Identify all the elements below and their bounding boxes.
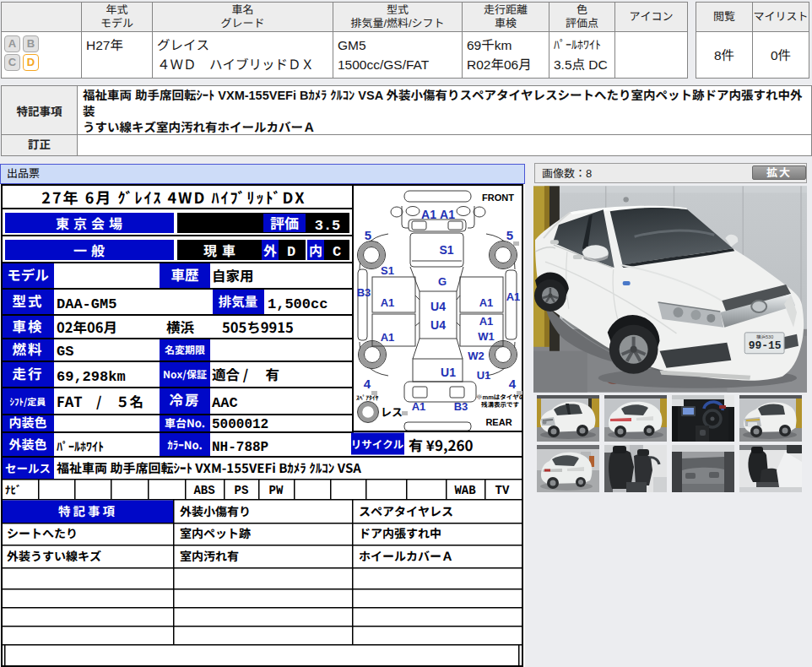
svg-text:内装色: 内装色 [8,413,46,431]
svg-text:U1: U1 [477,369,491,382]
svg-text:S1: S1 [439,243,453,257]
svg-text:1,500cc: 1,500cc [268,296,328,312]
svg-text:W1: W1 [478,330,495,343]
svg-text:TV: TV [495,484,510,497]
svg-text:ﾅﾋﾞ: ﾅﾋﾞ [5,481,22,497]
svg-text:自家用: 自家用 [212,265,254,285]
svg-text:ホイールカバーＡ: ホイールカバーＡ [359,547,453,564]
svg-text:型式: 型式 [13,290,44,311]
svg-text:3.5: 3.5 [315,218,341,234]
svg-text:FAT / ５名: FAT / ５名 [57,391,143,411]
svg-text:外装小傷有り: 外装小傷有り [180,502,251,519]
svg-text:モデル: モデル [7,264,49,285]
svg-text:99-15: 99-15 [749,339,782,352]
svg-text:ｶﾗｰNo.: ｶﾗｰNo. [167,437,203,453]
svg-text:A1: A1 [381,296,395,309]
svg-text:G: G [438,275,447,288]
svg-text:ﾊﾟｰﾙﾎﾜｲﾄ: ﾊﾟｰﾙﾎﾜｲﾄ [57,437,104,454]
svg-text:69,298km: 69,298km [57,369,126,385]
svg-text:東京会場: 東京会場 [56,213,127,233]
svg-text:A1: A1 [479,315,494,328]
svg-text:GS: GS [57,344,73,360]
svg-text:A1: A1 [506,290,521,303]
svg-text:レス: レス [381,406,403,419]
svg-text:4: 4 [364,377,371,391]
svg-text:REAR: REAR [485,417,512,427]
svg-text:5: 5 [506,228,513,242]
svg-text:室内ペット跡: 室内ペット跡 [180,524,251,541]
svg-text:横浜: 横浜 [166,317,195,337]
svg-text:外装うすい線キズ: 外装うすい線キズ [7,547,101,564]
svg-text:FRONT: FRONT [482,193,514,203]
svg-text:AAC: AAC [212,395,238,411]
svg-text:シートへたり: シートへたり [7,524,78,541]
svg-text:外装色: 外装色 [8,435,46,453]
svg-text:5000012: 5000012 [212,417,268,432]
svg-text:NH-788P: NH-788P [212,440,268,455]
svg-text:外: 外 [263,240,277,260]
svg-text:DAA-GM5: DAA-GM5 [57,296,116,312]
svg-text:車歴: 車歴 [171,264,200,285]
svg-text:PW: PW [269,484,284,497]
svg-text:車検: 車検 [13,316,44,336]
svg-text:残溝表示です: 残溝表示です [481,401,519,409]
svg-text:現車: 現車 [203,240,241,260]
svg-text:スペアタイヤレス: スペアタイヤレス [359,502,453,519]
svg-text:室内汚れ有: 室内汚れ有 [180,547,239,564]
svg-text:冷房: 冷房 [170,389,201,409]
svg-text:U1: U1 [441,366,456,379]
svg-text:排気量: 排気量 [219,291,258,310]
svg-text:W2: W2 [468,350,484,362]
svg-text:適合 / 有: 適合 / 有 [212,364,279,384]
svg-text:車台No.: 車台No. [165,415,205,431]
svg-text:D: D [287,244,295,260]
svg-text:27年 6月 ｸﾞﾚｲｽ 4WD ﾊｲﾌﾞﾘｯﾄﾞDX: 27年 6月 ｸﾞﾚｲｽ 4WD ﾊｲﾌﾞﾘｯﾄﾞDX [41,186,306,208]
svg-text:ｽﾍﾟｱﾀｲﾔ: ｽﾍﾟｱﾀｲﾔ [356,394,378,402]
svg-text:ｼﾌﾄ/定員: ｼﾌﾄ/定員 [10,394,46,408]
svg-text:U4: U4 [430,300,446,313]
svg-text:4: 4 [509,377,517,391]
svg-text:A1: A1 [479,296,494,309]
svg-text:名変期限: 名変期限 [165,342,205,356]
svg-text:リサイクル: リサイクル [351,436,404,452]
svg-text:B3: B3 [357,286,371,299]
svg-text:Nox/保証: Nox/保証 [163,366,207,381]
svg-text:※mmはタイヤの: ※mmはタイヤの [476,393,523,401]
svg-text:B3: B3 [454,400,468,413]
svg-text:燃料: 燃料 [13,339,44,359]
svg-text:WAB: WAB [454,484,476,497]
svg-text:一般: 一般 [73,240,109,260]
svg-text:評価: 評価 [270,212,299,233]
svg-text:A1: A1 [381,331,395,344]
svg-text:U4: U4 [430,318,446,332]
svg-text:PS: PS [235,484,249,497]
svg-text:505ち9915: 505ち9915 [222,317,294,337]
svg-text:横浜530: 横浜530 [756,334,773,339]
svg-text:ABS: ABS [193,484,214,497]
svg-text:A1: A1 [412,400,426,413]
svg-text:内: 内 [309,240,322,260]
svg-text:福祉車両 助手席回転ｼｰﾄ VXM-155VEFi Bｶﾒﾗ: 福祉車両 助手席回転ｼｰﾄ VXM-155VEFi Bｶﾒﾗ ｸﾙｺﾝ VSA [57,458,361,476]
svg-text:02年06月: 02年06月 [57,317,117,337]
svg-text:特記事項: 特記事項 [58,502,117,519]
svg-text:5: 5 [365,228,371,242]
svg-text:C: C [333,244,341,260]
svg-text:S1: S1 [381,264,394,277]
svg-text:走行: 走行 [13,363,44,383]
svg-text:セールス: セールス [5,459,51,476]
svg-text:有 ¥9,260: 有 ¥9,260 [409,434,474,455]
svg-text:ドア内張すれ中: ドア内張すれ中 [359,524,441,541]
